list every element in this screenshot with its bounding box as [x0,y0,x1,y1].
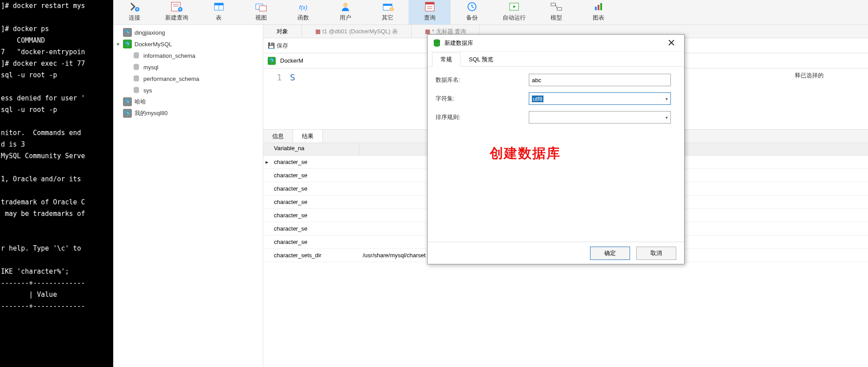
tab-result[interactable]: 结果 [293,130,323,143]
db-name-input[interactable] [529,74,671,86]
dialog-titlebar: 新建数据库 ✕ [428,35,684,52]
svg-rect-27 [595,7,597,10]
col-variable-name[interactable]: Variable_na [270,143,359,155]
advice-text: 释已选择的 [795,72,824,80]
toolbar-chart[interactable]: 图表 [577,0,619,24]
tree-item-哈哈[interactable]: 🐬哈哈 [113,96,263,108]
svg-rect-29 [600,3,602,10]
svg-rect-11 [259,6,266,11]
charset-value: utf8 [532,96,543,102]
toolbar-other[interactable]: 其它 [366,0,408,24]
ok-button[interactable]: 确定 [590,247,630,260]
annotation-text: 创建数据库 [490,144,561,163]
connection-icon: 🐬 [123,28,132,37]
toolbar-function[interactable]: f(x)函数 [282,0,324,24]
collation-combo[interactable]: ▾ [529,111,671,124]
mysql-icon: 🐬 [268,57,276,65]
dialog-body: 数据库名: 字符集: utf8 ▾ 排序规则: ▾ [428,67,684,242]
tree-item-sys[interactable]: sys [113,84,263,96]
tab-info[interactable]: 信息 [263,130,293,143]
main-toolbar: +连接+新建查询表视图f(x)函数用户其它查询备份自动运行模型图表 [113,0,868,25]
toolbar-table[interactable]: 表 [198,0,240,24]
sql-code[interactable]: S [290,72,295,83]
toolbar-view[interactable]: 视图 [240,0,282,24]
navicat-app: +连接+新建查询表视图f(x)函数用户其它查询备份自动运行模型图表 🐬dingj… [113,0,868,367]
chevron-down-icon: ▾ [666,115,668,120]
toolbar-auto-run[interactable]: 自动运行 [493,0,535,24]
database-icon [132,74,141,83]
database-icon [132,86,141,95]
charset-label: 字符集: [436,95,529,103]
svg-line-26 [555,4,557,9]
save-icon: 💾 [268,42,275,49]
svg-point-13 [343,3,348,7]
query-icon [422,0,438,13]
tree-item-information_schema[interactable]: information_schema [113,50,263,61]
toolbar-new-query[interactable]: +新建查询 [155,0,198,24]
connection-icon: 🐬 [123,109,132,118]
new-query-icon: + [169,0,185,13]
model-icon [548,0,564,13]
tree-item-DockerMySQL[interactable]: ▾🐬DockerMySQL [113,38,263,50]
line-number: 1 [263,72,290,83]
function-icon: f(x) [295,0,311,13]
svg-rect-16 [389,8,394,11]
svg-rect-18 [425,2,434,4]
toolbar-connect[interactable]: +连接 [113,0,155,24]
tab-object[interactable]: 对象 [263,25,302,38]
chevron-icon: ▾ [117,41,123,47]
svg-text:+: + [178,6,182,12]
connection-icon: 🐬 [123,40,132,48]
connect-icon: + [127,0,143,13]
svg-rect-28 [598,5,599,10]
backup-icon [464,0,480,13]
other-icon [380,0,396,13]
tree-item-mysql[interactable]: mysql [113,61,263,73]
table-icon [211,0,227,13]
table-icon: ▦ [315,28,321,35]
path-connection[interactable]: 🐬 DockerM [268,57,303,65]
tab-sql-preview[interactable]: SQL 预览 [460,52,502,66]
tree-item-我的mysql80[interactable]: 🐬我的mysql80 [113,108,263,119]
svg-text:f(x): f(x) [299,4,307,11]
chart-icon [591,0,606,13]
svg-rect-25 [557,8,562,10]
toolbar-user[interactable]: 用户 [324,0,366,24]
auto-run-icon [506,0,522,13]
tree-item-performance_schema[interactable]: performance_schema [113,73,263,84]
query-icon: ▦ [425,28,430,35]
connection-icon: 🐬 [123,97,132,106]
close-button[interactable]: ✕ [664,37,679,49]
svg-rect-15 [383,4,392,6]
db-name-label: 数据库名: [436,76,529,84]
tab-general[interactable]: 常规 [432,52,460,67]
view-icon [253,0,269,13]
user-icon [337,0,353,13]
toolbar-model[interactable]: 模型 [535,0,577,24]
save-button[interactable]: 💾 保存 [268,42,288,50]
database-icon [433,39,441,47]
database-icon [132,51,141,60]
new-database-dialog: 新建数据库 ✕ 常规 SQL 预览 数据库名: 字符集: utf8 ▾ [427,34,685,264]
svg-text:+: + [135,6,139,12]
toolbar-backup[interactable]: 备份 [451,0,493,24]
chevron-down-icon: ▾ [666,96,668,101]
dialog-footer: 确定 取消 [428,242,684,264]
toolbar-query[interactable]: 查询 [408,0,451,24]
dialog-title: 新建数据库 [444,39,473,47]
dialog-tabs: 常规 SQL 预览 [428,52,684,67]
terminal-panel: ]# docker restart mys ]# docker ps COMMA… [0,0,113,367]
database-icon [132,63,141,72]
svg-rect-24 [551,3,555,6]
cancel-button[interactable]: 取消 [636,247,676,260]
tab-t1[interactable]: ▦ t1 @db01 (DockerMySQL) 表 [302,25,412,38]
charset-combo[interactable]: utf8 ▾ [529,92,671,105]
tree-item-dingjiaxiong[interactable]: 🐬dingjiaxiong [113,27,263,38]
connection-tree: 🐬dingjiaxiong▾🐬DockerMySQLinformation_sc… [113,25,263,367]
collation-label: 排序规则: [436,113,529,121]
